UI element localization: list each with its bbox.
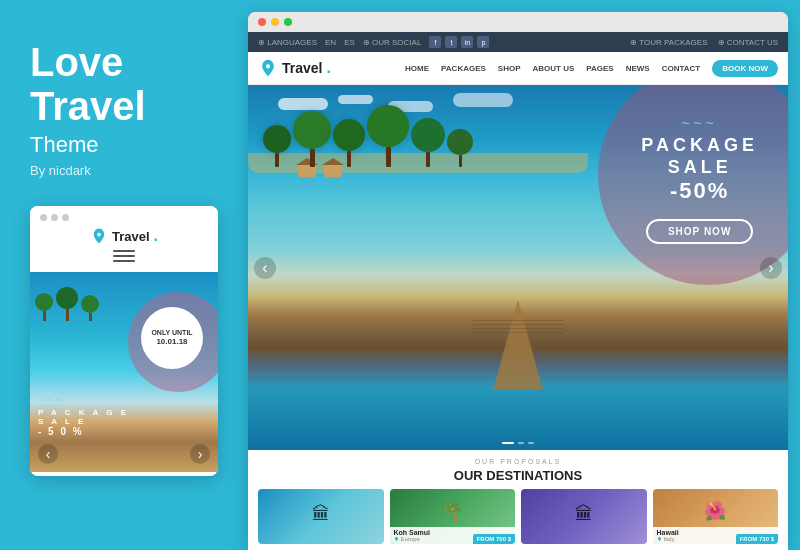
- hero-sale-overlay: ~~~ PACKAGE SALE -50% ShOp Now: [641, 115, 758, 244]
- mobile-sale-overlay: ~~~ P A C K A G E S A L E - 5 0 %: [38, 395, 129, 437]
- our-social-link[interactable]: ⊕ OUR SOCIAL: [363, 38, 422, 47]
- destination-cards: 🏛 🌴 Koh Samui Europe FROM 700 $ 🏛: [258, 489, 778, 544]
- mobile-hamburger[interactable]: [113, 250, 135, 262]
- app-title: LoveTravel Theme By nicdark: [30, 40, 218, 206]
- nav-packages[interactable]: PACKAGES: [441, 64, 486, 73]
- hero-dot-1[interactable]: [502, 442, 514, 444]
- lang-en[interactable]: EN: [325, 38, 336, 47]
- browser-titlebar: [248, 12, 788, 32]
- boardwalk: [493, 300, 543, 390]
- dest-card-4-price: FROM 730 $: [736, 534, 778, 544]
- browser-maximize-dot[interactable]: [284, 18, 292, 26]
- site-navbar: Travel . HOME PACKAGES SHOP ABOUT US PAG…: [248, 52, 788, 85]
- hero-dot-3[interactable]: [528, 442, 534, 444]
- nav-shop[interactable]: SHOP: [498, 64, 521, 73]
- hero-arrow-right[interactable]: ›: [760, 257, 782, 279]
- title-theme: Theme: [30, 132, 218, 158]
- linkedin-icon[interactable]: in: [461, 36, 473, 48]
- mobile-hero-image: ONLY UNTIL 10.01.18 ~~~ P A C K A G E S …: [30, 272, 218, 472]
- dest-card-2[interactable]: 🌴 Koh Samui Europe FROM 700 $: [390, 489, 516, 544]
- nav-about[interactable]: ABOUT US: [533, 64, 575, 73]
- mobile-dots: [40, 214, 69, 221]
- mobile-logo-text: Travel: [112, 229, 150, 244]
- destinations-title-bold: DESTINATIONS: [486, 468, 582, 483]
- browser-minimize-dot[interactable]: [271, 18, 279, 26]
- travel-logo-icon: [90, 227, 108, 245]
- mobile-logo-dot: .: [154, 227, 158, 245]
- left-panel: LoveTravel Theme By nicdark Travel .: [0, 0, 248, 550]
- topbar-right: ⊕ TOUR PACKAGES ⊕ CONTACT US: [630, 38, 778, 47]
- location-pin-icon: [394, 537, 399, 542]
- mobile-header: Travel .: [30, 206, 218, 272]
- site-logo: Travel .: [258, 58, 331, 78]
- hero-package-text: PACKAGE: [641, 135, 758, 157]
- author-label: By nicdark: [30, 163, 218, 178]
- mobile-arrow-right[interactable]: ›: [190, 444, 210, 464]
- title-love-travel: LoveTravel: [30, 40, 218, 128]
- dest-icon-1: 🏛: [312, 504, 330, 525]
- nav-news[interactable]: NEWS: [626, 64, 650, 73]
- hero-discount-text: -50%: [641, 178, 758, 204]
- mobile-dot-1: [40, 214, 47, 221]
- destinations-section: OUR PROPOSALS OUR DESTINATIONS 🏛 🌴 Koh S…: [248, 450, 788, 550]
- dest-card-3[interactable]: 🏛: [521, 489, 647, 544]
- shop-now-button[interactable]: ShOp Now: [646, 219, 753, 244]
- nav-items: HOME PACKAGES SHOP ABOUT US PAGES NEWS C…: [405, 60, 778, 77]
- hero-arrow-left[interactable]: ‹: [254, 257, 276, 279]
- mobile-only-until-badge: ONLY UNTIL 10.01.18: [141, 307, 203, 369]
- facebook-icon[interactable]: f: [429, 36, 441, 48]
- lang-es[interactable]: ES: [344, 38, 355, 47]
- contact-us-link[interactable]: ⊕ CONTACT US: [718, 38, 778, 47]
- hero-sale-text: SALE: [641, 157, 758, 179]
- hero-tilde: ~~~: [641, 115, 758, 131]
- mobile-mockup: Travel .: [30, 206, 218, 476]
- book-now-button[interactable]: BOOK NOW: [712, 60, 778, 77]
- dest-card-4[interactable]: 🌺 Hawaii Italy FROM 730 $: [653, 489, 779, 544]
- site-topbar: ⊕ LANGUAGES EN ES ⊕ OUR SOCIAL f t in p …: [248, 32, 788, 52]
- site-logo-icon: [258, 58, 278, 78]
- dest-icon-3: 🏛: [575, 504, 593, 525]
- browser-close-dot[interactable]: [258, 18, 266, 26]
- cloud-2: [338, 95, 373, 104]
- site-logo-text: Travel: [282, 60, 322, 76]
- mobile-arrow-left[interactable]: ‹: [38, 444, 58, 464]
- topbar-left: ⊕ LANGUAGES EN ES ⊕ OUR SOCIAL f t in p: [258, 36, 489, 48]
- dest-card-2-price: FROM 700 $: [473, 534, 515, 544]
- hero-dot-2[interactable]: [518, 442, 524, 444]
- browser-mockup: ⊕ LANGUAGES EN ES ⊕ OUR SOCIAL f t in p …: [248, 12, 788, 550]
- dest-card-1[interactable]: 🏛: [258, 489, 384, 544]
- nav-home[interactable]: HOME: [405, 64, 429, 73]
- nav-contact[interactable]: CONTACT: [662, 64, 701, 73]
- mobile-logo: Travel .: [90, 227, 158, 245]
- mobile-dot-2: [51, 214, 58, 221]
- hero-pagination-dots: [502, 442, 534, 444]
- languages-link[interactable]: ⊕ LANGUAGES: [258, 38, 317, 47]
- proposals-label: OUR PROPOSALS: [258, 458, 778, 465]
- twitter-icon[interactable]: t: [445, 36, 457, 48]
- mobile-trees: [35, 287, 99, 321]
- dest-icon-2: 🌴: [441, 500, 463, 522]
- dest-icon-4: 🌺: [704, 500, 726, 522]
- mobile-dot-3: [62, 214, 69, 221]
- mobile-nav-arrows: ‹ ›: [30, 444, 218, 464]
- site-logo-dot: .: [326, 59, 330, 77]
- island-trees: [253, 105, 588, 167]
- destinations-title-plain: OUR: [454, 468, 487, 483]
- location-pin-icon-4: [657, 537, 662, 542]
- hero-section: ~~~ PACKAGE SALE -50% ShOp Now ‹ ›: [248, 85, 788, 450]
- social-icons-group: f t in p: [429, 36, 489, 48]
- tour-packages-link[interactable]: ⊕ TOUR PACKAGES: [630, 38, 707, 47]
- pinterest-icon[interactable]: p: [477, 36, 489, 48]
- destinations-title: OUR DESTINATIONS: [258, 468, 778, 483]
- nav-pages[interactable]: PAGES: [586, 64, 613, 73]
